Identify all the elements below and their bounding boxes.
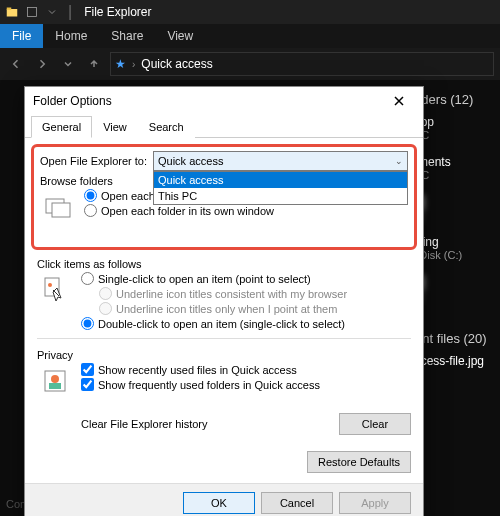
check-frequent-folders[interactable]: Show frequently used folders in Quick ac…: [81, 378, 320, 391]
restore-defaults-button[interactable]: Restore Defaults: [307, 451, 411, 473]
svg-rect-2: [28, 8, 37, 17]
dropdown-option-this-pc[interactable]: This PC: [154, 188, 407, 204]
radio-double-click[interactable]: Double-click to open an item (single-cli…: [81, 317, 347, 330]
click-items-icon: [37, 272, 73, 308]
breadcrumb-separator-icon: ›: [132, 59, 135, 70]
check-recent-files[interactable]: Show recently used files in Quick access: [81, 363, 320, 376]
up-button[interactable]: [84, 54, 104, 74]
dialog-close-button[interactable]: [383, 89, 415, 113]
combobox-value: Quick access: [158, 155, 223, 167]
dialog-footer: OK Cancel Apply: [25, 483, 423, 516]
quick-access-star-icon: ★: [115, 57, 126, 71]
svg-point-8: [51, 375, 59, 383]
dialog-title: Folder Options: [33, 94, 112, 108]
ribbon-tab-home[interactable]: Home: [43, 24, 99, 48]
tutorial-highlight-box: Open File Explorer to: Quick access ⌄ Qu…: [31, 144, 417, 250]
recent-locations-button[interactable]: [58, 54, 78, 74]
folder-options-dialog: Folder Options General View Search Open …: [24, 86, 424, 516]
forward-button[interactable]: [32, 54, 52, 74]
breadcrumb-current[interactable]: Quick access: [141, 57, 212, 71]
click-items-label: Click items as follows: [37, 258, 411, 270]
privacy-icon: [37, 363, 73, 399]
radio-underline-point: Underline icon titles only when I point …: [99, 302, 347, 315]
privacy-label: Privacy: [37, 349, 411, 361]
radio-underline-browser: Underline icon titles consistent with my…: [99, 287, 347, 300]
dialog-titlebar: Folder Options: [25, 87, 423, 115]
open-explorer-to-label: Open File Explorer to:: [40, 155, 147, 167]
back-button[interactable]: [6, 54, 26, 74]
quick-access-toolbar-icon[interactable]: [24, 4, 40, 20]
window-title: File Explorer: [84, 5, 151, 19]
svg-rect-9: [49, 383, 61, 389]
open-explorer-to-combobox[interactable]: Quick access ⌄ Quick access This PC: [153, 151, 408, 171]
apply-button[interactable]: Apply: [339, 492, 411, 514]
clear-history-label: Clear File Explorer history: [81, 418, 208, 430]
ok-button[interactable]: OK: [183, 492, 255, 514]
tab-view[interactable]: View: [92, 116, 138, 138]
browse-folders-icon: [40, 189, 76, 225]
svg-rect-4: [52, 203, 70, 217]
clear-button[interactable]: Clear: [339, 413, 411, 435]
ribbon-tab-share[interactable]: Share: [99, 24, 155, 48]
svg-point-6: [48, 283, 52, 287]
radio-single-click[interactable]: Single-click to open an item (point to s…: [81, 272, 347, 285]
ribbon: File Home Share View: [0, 24, 500, 48]
ribbon-tab-file[interactable]: File: [0, 24, 43, 48]
tab-search[interactable]: Search: [138, 116, 195, 138]
navigation-bar: ★ › Quick access: [0, 48, 500, 80]
combobox-dropdown: Quick access This PC: [153, 171, 408, 205]
radio-own-window[interactable]: Open each folder in its own window: [84, 204, 285, 217]
chevron-down-icon: ⌄: [395, 156, 403, 166]
svg-rect-0: [7, 9, 18, 17]
window-titlebar: | File Explorer: [0, 0, 500, 24]
cancel-button[interactable]: Cancel: [261, 492, 333, 514]
tab-general[interactable]: General: [31, 116, 92, 138]
svg-rect-1: [7, 8, 12, 10]
address-bar[interactable]: ★ › Quick access: [110, 52, 494, 76]
dropdown-option-quick-access[interactable]: Quick access: [154, 172, 407, 188]
ribbon-tab-view[interactable]: View: [155, 24, 205, 48]
dialog-tabs: General View Search: [25, 115, 423, 138]
dropdown-toolbar-icon[interactable]: [44, 4, 60, 20]
folder-app-icon: [4, 4, 20, 20]
